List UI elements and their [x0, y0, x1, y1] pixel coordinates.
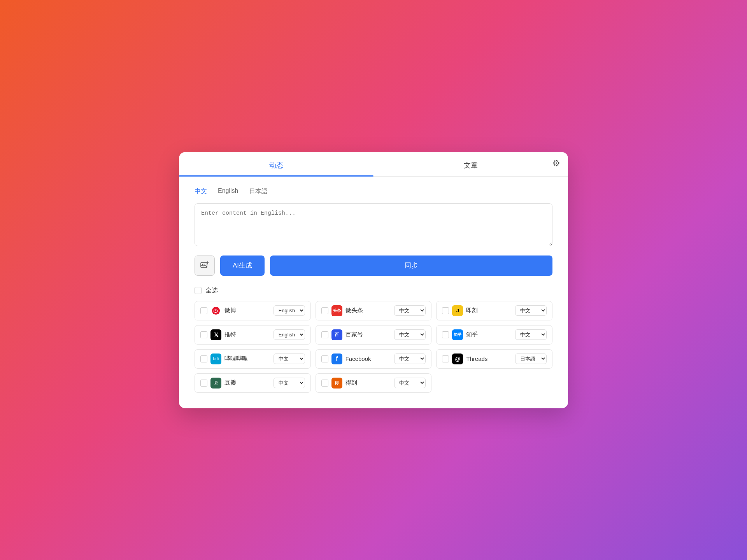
platform-name-douban: 豆瓣 — [224, 379, 270, 387]
lang-select-toutiao[interactable]: 中文English日本語 — [394, 305, 426, 316]
checkbox-facebook[interactable] — [321, 355, 328, 362]
add-image-button[interactable] — [195, 256, 215, 276]
lang-select-zhihu[interactable]: 中文English日本語 — [515, 329, 547, 340]
lang-tab-zh[interactable]: 中文 — [195, 186, 207, 197]
icon-twitter: 𝕏 — [210, 329, 221, 340]
platform-row-douban: 豆 豆瓣 中文English日本語 — [195, 373, 311, 393]
main-dialog: ⚙ 动态 文章 中文 English 日本語 — [179, 152, 568, 408]
lang-select-dedao[interactable]: 中文English日本語 — [394, 378, 426, 388]
checkbox-zhihu[interactable] — [442, 331, 449, 338]
lang-select-baijiahao[interactable]: 中文English日本語 — [394, 329, 426, 340]
platform-name-weibo: 微博 — [224, 307, 270, 314]
checkbox-douban[interactable] — [200, 380, 207, 387]
icon-threads: @ — [452, 354, 463, 364]
svg-point-6 — [214, 310, 217, 312]
platform-name-toutiao: 微头条 — [345, 307, 391, 314]
select-all-label: 全选 — [205, 287, 218, 295]
lang-tab-ja[interactable]: 日本語 — [249, 186, 268, 197]
lang-select-jike[interactable]: 中文English日本語 — [515, 305, 547, 316]
platform-row-toutiao: 头条 微头条 中文English日本語 — [316, 301, 432, 320]
icon-weibo — [210, 305, 221, 316]
lang-tabs: 中文 English 日本語 — [195, 186, 552, 197]
select-all-checkbox[interactable] — [195, 287, 202, 294]
checkbox-jike[interactable] — [442, 307, 449, 314]
checkbox-toutiao[interactable] — [321, 307, 328, 314]
main-tabs: 动态 文章 — [179, 152, 568, 177]
platform-row-jike: J 即刻 中文English日本語 — [436, 301, 552, 320]
lang-tab-en[interactable]: English — [218, 186, 238, 197]
lang-select-twitter[interactable]: English中文日本語 — [274, 329, 305, 340]
lang-select-threads[interactable]: 日本語中文English — [515, 354, 547, 364]
platform-name-jike: 即刻 — [466, 307, 512, 314]
icon-bilibili: bili — [210, 354, 221, 364]
checkbox-threads[interactable] — [442, 355, 449, 362]
platform-name-bilibili: 哔哩哔哩 — [224, 355, 270, 362]
icon-zhihu: 知乎 — [452, 329, 463, 340]
lang-select-bilibili[interactable]: 中文English日本語 — [274, 354, 305, 364]
platform-name-dedao: 得到 — [345, 379, 391, 387]
platform-name-zhihu: 知乎 — [466, 331, 512, 338]
checkbox-baijiahao[interactable] — [321, 331, 328, 338]
content-area: 中文 English 日本語 AI生成 同步 全选 — [179, 186, 568, 393]
content-input[interactable] — [195, 203, 552, 246]
action-bar: AI生成 同步 — [195, 256, 552, 276]
checkbox-dedao[interactable] — [321, 380, 328, 387]
platform-grid: 微博 English中文日本語 头条 微头条 中文English日本語 J 即刻 — [195, 301, 552, 393]
platform-name-facebook: Facebook — [345, 355, 391, 362]
platform-row-twitter: 𝕏 推特 English中文日本語 — [195, 325, 311, 345]
platform-name-threads: Threads — [466, 355, 512, 362]
platform-name-baijiahao: 百家号 — [345, 331, 391, 338]
select-all-row: 全选 — [195, 287, 552, 295]
icon-toutiao: 头条 — [331, 305, 342, 316]
platform-name-twitter: 推特 — [224, 331, 270, 338]
icon-baijiahao: 百 — [331, 329, 342, 340]
tab-wenzhang[interactable]: 文章 — [374, 152, 568, 176]
sync-button[interactable]: 同步 — [270, 256, 552, 276]
platform-row-threads: @ Threads 日本語中文English — [436, 349, 552, 369]
platform-row-facebook: f Facebook 中文English日本語 — [316, 349, 432, 369]
platform-row-dedao: 得 得到 中文English日本語 — [316, 373, 432, 393]
icon-dedao: 得 — [331, 378, 342, 388]
platform-row-baijiahao: 百 百家号 中文English日本語 — [316, 325, 432, 345]
lang-select-facebook[interactable]: 中文English日本語 — [394, 354, 426, 364]
lang-select-douban[interactable]: 中文English日本語 — [274, 378, 305, 388]
checkbox-bilibili[interactable] — [200, 355, 207, 362]
platform-row-zhihu: 知乎 知乎 中文English日本語 — [436, 325, 552, 345]
ai-generate-button[interactable]: AI生成 — [220, 256, 265, 276]
tab-dongtai[interactable]: 动态 — [179, 152, 374, 176]
svg-point-7 — [215, 310, 216, 311]
checkbox-twitter[interactable] — [200, 331, 207, 338]
icon-facebook: f — [331, 354, 342, 364]
lang-select-weibo[interactable]: English中文日本語 — [274, 305, 305, 316]
svg-rect-0 — [201, 262, 207, 268]
checkbox-weibo[interactable] — [200, 307, 207, 314]
icon-douban: 豆 — [210, 378, 221, 388]
platform-row-weibo: 微博 English中文日本語 — [195, 301, 311, 320]
platform-row-bilibili: bili 哔哩哔哩 中文English日本語 — [195, 349, 311, 369]
icon-jike: J — [452, 305, 463, 316]
